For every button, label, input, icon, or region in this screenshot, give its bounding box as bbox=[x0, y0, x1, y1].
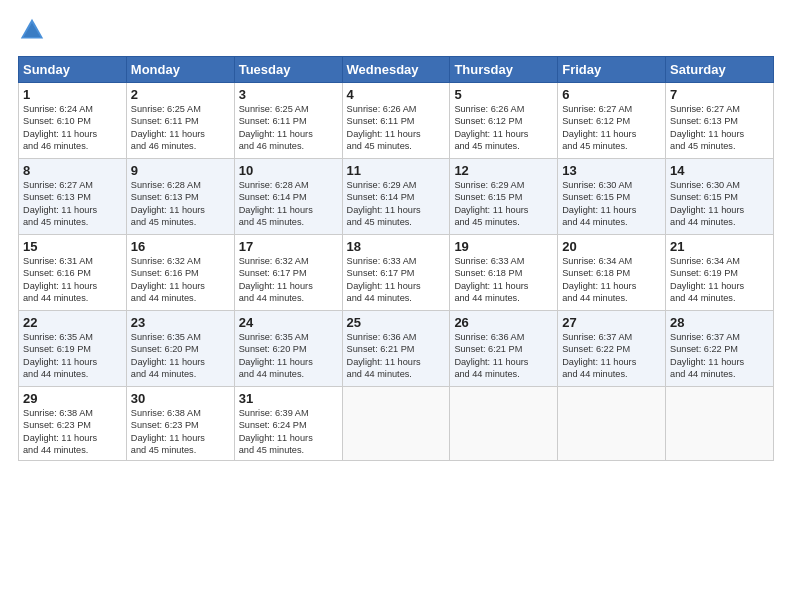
day-number: 25 bbox=[347, 315, 446, 330]
day-number: 11 bbox=[347, 163, 446, 178]
calendar-cell: 29Sunrise: 6:38 AM Sunset: 6:23 PM Dayli… bbox=[19, 387, 127, 461]
weekday-header: Tuesday bbox=[234, 57, 342, 83]
cell-sun-info: Sunrise: 6:27 AM Sunset: 6:13 PM Dayligh… bbox=[670, 103, 769, 153]
day-number: 21 bbox=[670, 239, 769, 254]
cell-sun-info: Sunrise: 6:38 AM Sunset: 6:23 PM Dayligh… bbox=[23, 407, 122, 457]
day-number: 12 bbox=[454, 163, 553, 178]
calendar-cell: 6Sunrise: 6:27 AM Sunset: 6:12 PM Daylig… bbox=[558, 83, 666, 159]
day-number: 6 bbox=[562, 87, 661, 102]
day-number: 19 bbox=[454, 239, 553, 254]
calendar-cell: 2Sunrise: 6:25 AM Sunset: 6:11 PM Daylig… bbox=[126, 83, 234, 159]
calendar-cell: 30Sunrise: 6:38 AM Sunset: 6:23 PM Dayli… bbox=[126, 387, 234, 461]
cell-sun-info: Sunrise: 6:38 AM Sunset: 6:23 PM Dayligh… bbox=[131, 407, 230, 457]
weekday-header: Friday bbox=[558, 57, 666, 83]
cell-sun-info: Sunrise: 6:34 AM Sunset: 6:19 PM Dayligh… bbox=[670, 255, 769, 305]
calendar-cell: 27Sunrise: 6:37 AM Sunset: 6:22 PM Dayli… bbox=[558, 311, 666, 387]
day-number: 10 bbox=[239, 163, 338, 178]
calendar-cell: 19Sunrise: 6:33 AM Sunset: 6:18 PM Dayli… bbox=[450, 235, 558, 311]
cell-sun-info: Sunrise: 6:27 AM Sunset: 6:12 PM Dayligh… bbox=[562, 103, 661, 153]
cell-sun-info: Sunrise: 6:37 AM Sunset: 6:22 PM Dayligh… bbox=[670, 331, 769, 381]
calendar-cell: 20Sunrise: 6:34 AM Sunset: 6:18 PM Dayli… bbox=[558, 235, 666, 311]
calendar-cell: 13Sunrise: 6:30 AM Sunset: 6:15 PM Dayli… bbox=[558, 159, 666, 235]
calendar-cell bbox=[450, 387, 558, 461]
calendar-cell: 5Sunrise: 6:26 AM Sunset: 6:12 PM Daylig… bbox=[450, 83, 558, 159]
day-number: 3 bbox=[239, 87, 338, 102]
calendar-cell: 21Sunrise: 6:34 AM Sunset: 6:19 PM Dayli… bbox=[666, 235, 774, 311]
day-number: 4 bbox=[347, 87, 446, 102]
cell-sun-info: Sunrise: 6:30 AM Sunset: 6:15 PM Dayligh… bbox=[562, 179, 661, 229]
weekday-header: Saturday bbox=[666, 57, 774, 83]
cell-sun-info: Sunrise: 6:34 AM Sunset: 6:18 PM Dayligh… bbox=[562, 255, 661, 305]
cell-sun-info: Sunrise: 6:39 AM Sunset: 6:24 PM Dayligh… bbox=[239, 407, 338, 457]
cell-sun-info: Sunrise: 6:32 AM Sunset: 6:16 PM Dayligh… bbox=[131, 255, 230, 305]
calendar-cell: 24Sunrise: 6:35 AM Sunset: 6:20 PM Dayli… bbox=[234, 311, 342, 387]
calendar-cell: 17Sunrise: 6:32 AM Sunset: 6:17 PM Dayli… bbox=[234, 235, 342, 311]
day-number: 2 bbox=[131, 87, 230, 102]
logo-icon bbox=[18, 16, 46, 44]
cell-sun-info: Sunrise: 6:31 AM Sunset: 6:16 PM Dayligh… bbox=[23, 255, 122, 305]
calendar-cell: 23Sunrise: 6:35 AM Sunset: 6:20 PM Dayli… bbox=[126, 311, 234, 387]
day-number: 27 bbox=[562, 315, 661, 330]
page-header bbox=[18, 16, 774, 44]
calendar-cell: 31Sunrise: 6:39 AM Sunset: 6:24 PM Dayli… bbox=[234, 387, 342, 461]
day-number: 18 bbox=[347, 239, 446, 254]
cell-sun-info: Sunrise: 6:25 AM Sunset: 6:11 PM Dayligh… bbox=[239, 103, 338, 153]
day-number: 24 bbox=[239, 315, 338, 330]
day-number: 26 bbox=[454, 315, 553, 330]
day-number: 31 bbox=[239, 391, 338, 406]
day-number: 29 bbox=[23, 391, 122, 406]
calendar-cell: 9Sunrise: 6:28 AM Sunset: 6:13 PM Daylig… bbox=[126, 159, 234, 235]
calendar-cell bbox=[666, 387, 774, 461]
calendar-cell: 10Sunrise: 6:28 AM Sunset: 6:14 PM Dayli… bbox=[234, 159, 342, 235]
day-number: 1 bbox=[23, 87, 122, 102]
calendar-cell: 18Sunrise: 6:33 AM Sunset: 6:17 PM Dayli… bbox=[342, 235, 450, 311]
day-number: 7 bbox=[670, 87, 769, 102]
calendar-cell: 8Sunrise: 6:27 AM Sunset: 6:13 PM Daylig… bbox=[19, 159, 127, 235]
calendar-cell: 4Sunrise: 6:26 AM Sunset: 6:11 PM Daylig… bbox=[342, 83, 450, 159]
cell-sun-info: Sunrise: 6:29 AM Sunset: 6:14 PM Dayligh… bbox=[347, 179, 446, 229]
day-number: 20 bbox=[562, 239, 661, 254]
cell-sun-info: Sunrise: 6:37 AM Sunset: 6:22 PM Dayligh… bbox=[562, 331, 661, 381]
calendar-cell: 26Sunrise: 6:36 AM Sunset: 6:21 PM Dayli… bbox=[450, 311, 558, 387]
cell-sun-info: Sunrise: 6:32 AM Sunset: 6:17 PM Dayligh… bbox=[239, 255, 338, 305]
day-number: 14 bbox=[670, 163, 769, 178]
day-number: 28 bbox=[670, 315, 769, 330]
day-number: 8 bbox=[23, 163, 122, 178]
calendar-cell: 3Sunrise: 6:25 AM Sunset: 6:11 PM Daylig… bbox=[234, 83, 342, 159]
cell-sun-info: Sunrise: 6:28 AM Sunset: 6:13 PM Dayligh… bbox=[131, 179, 230, 229]
calendar-cell bbox=[342, 387, 450, 461]
day-number: 9 bbox=[131, 163, 230, 178]
calendar-cell: 11Sunrise: 6:29 AM Sunset: 6:14 PM Dayli… bbox=[342, 159, 450, 235]
day-number: 5 bbox=[454, 87, 553, 102]
cell-sun-info: Sunrise: 6:26 AM Sunset: 6:12 PM Dayligh… bbox=[454, 103, 553, 153]
calendar-cell: 15Sunrise: 6:31 AM Sunset: 6:16 PM Dayli… bbox=[19, 235, 127, 311]
weekday-header: Thursday bbox=[450, 57, 558, 83]
weekday-header: Wednesday bbox=[342, 57, 450, 83]
weekday-header: Sunday bbox=[19, 57, 127, 83]
calendar-cell: 14Sunrise: 6:30 AM Sunset: 6:15 PM Dayli… bbox=[666, 159, 774, 235]
calendar-cell: 25Sunrise: 6:36 AM Sunset: 6:21 PM Dayli… bbox=[342, 311, 450, 387]
calendar-cell: 22Sunrise: 6:35 AM Sunset: 6:19 PM Dayli… bbox=[19, 311, 127, 387]
cell-sun-info: Sunrise: 6:26 AM Sunset: 6:11 PM Dayligh… bbox=[347, 103, 446, 153]
day-number: 17 bbox=[239, 239, 338, 254]
cell-sun-info: Sunrise: 6:33 AM Sunset: 6:17 PM Dayligh… bbox=[347, 255, 446, 305]
cell-sun-info: Sunrise: 6:27 AM Sunset: 6:13 PM Dayligh… bbox=[23, 179, 122, 229]
calendar-cell: 1Sunrise: 6:24 AM Sunset: 6:10 PM Daylig… bbox=[19, 83, 127, 159]
day-number: 15 bbox=[23, 239, 122, 254]
cell-sun-info: Sunrise: 6:33 AM Sunset: 6:18 PM Dayligh… bbox=[454, 255, 553, 305]
cell-sun-info: Sunrise: 6:36 AM Sunset: 6:21 PM Dayligh… bbox=[454, 331, 553, 381]
cell-sun-info: Sunrise: 6:24 AM Sunset: 6:10 PM Dayligh… bbox=[23, 103, 122, 153]
cell-sun-info: Sunrise: 6:35 AM Sunset: 6:20 PM Dayligh… bbox=[131, 331, 230, 381]
cell-sun-info: Sunrise: 6:25 AM Sunset: 6:11 PM Dayligh… bbox=[131, 103, 230, 153]
calendar-header-row: SundayMondayTuesdayWednesdayThursdayFrid… bbox=[19, 57, 774, 83]
cell-sun-info: Sunrise: 6:28 AM Sunset: 6:14 PM Dayligh… bbox=[239, 179, 338, 229]
calendar-page: SundayMondayTuesdayWednesdayThursdayFrid… bbox=[0, 0, 792, 612]
cell-sun-info: Sunrise: 6:35 AM Sunset: 6:19 PM Dayligh… bbox=[23, 331, 122, 381]
day-number: 23 bbox=[131, 315, 230, 330]
calendar-cell: 28Sunrise: 6:37 AM Sunset: 6:22 PM Dayli… bbox=[666, 311, 774, 387]
cell-sun-info: Sunrise: 6:35 AM Sunset: 6:20 PM Dayligh… bbox=[239, 331, 338, 381]
day-number: 22 bbox=[23, 315, 122, 330]
calendar-cell bbox=[558, 387, 666, 461]
calendar-table: SundayMondayTuesdayWednesdayThursdayFrid… bbox=[18, 56, 774, 461]
weekday-header: Monday bbox=[126, 57, 234, 83]
